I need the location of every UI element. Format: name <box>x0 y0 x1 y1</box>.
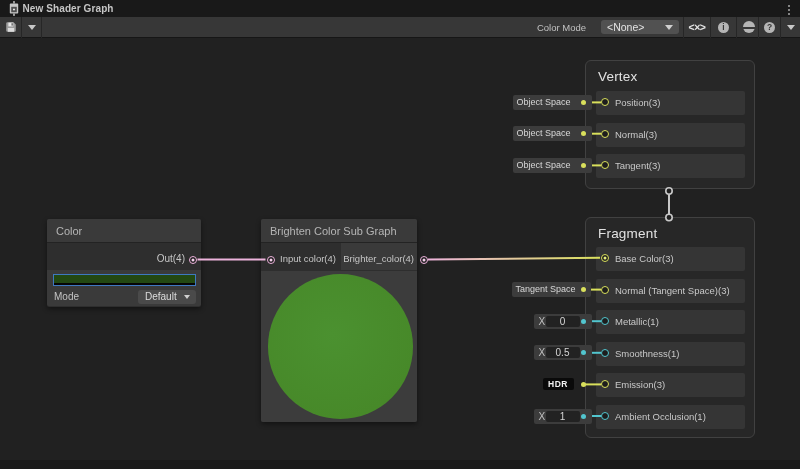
subgraph-preview <box>261 271 417 422</box>
widget-dot <box>581 163 586 168</box>
port-label: Tangent(3) <box>615 154 660 178</box>
fragment-title: Fragment <box>598 226 657 241</box>
help-icon: ? <box>764 22 775 33</box>
vertex-row-normal: Normal(3) <box>596 123 745 147</box>
port-label: Position(3) <box>615 91 660 115</box>
widget-dot <box>581 414 586 419</box>
kebab-dot <box>788 13 790 15</box>
info-button[interactable]: i <box>711 17 736 38</box>
mode-dropdown[interactable]: Default <box>138 290 196 304</box>
help-button[interactable]: ? <box>759 17 780 38</box>
subgraph-output-label: Brighter_color(4) <box>343 243 414 274</box>
toolbar-separator <box>41 17 42 38</box>
color-swatch[interactable] <box>53 274 196 286</box>
shader-graph-asset-icon <box>9 1 19 16</box>
window-title: New Shader Graph <box>23 3 114 14</box>
wire-subgraph-to-basecolor <box>428 258 600 260</box>
port-label: Smoothness(1) <box>615 342 679 366</box>
chevron-down-icon <box>665 25 673 30</box>
color-mode-value: <None> <box>607 21 644 33</box>
info-icon: i <box>718 22 729 33</box>
mode-label: Mode <box>54 291 79 302</box>
fragment-row-normal: Normal (Tangent Space)(3) <box>596 279 745 303</box>
color-mode-dropdown[interactable]: <None> <box>601 20 679 34</box>
show-generated-code-button[interactable]: <×> <box>684 17 710 38</box>
port-label: Normal (Tangent Space)(3) <box>615 279 730 303</box>
metallic-value-field[interactable]: 0 <box>546 316 580 327</box>
fragment-row-base-color: Base Color(3) <box>596 247 745 271</box>
port-normal-tangent-space[interactable] <box>601 286 609 294</box>
port-label: Normal(3) <box>615 123 657 147</box>
port-normal[interactable] <box>601 130 609 138</box>
preview-toggle-button[interactable] <box>737 17 758 38</box>
title-bar: New Shader Graph <box>0 0 800 17</box>
x-label: X <box>539 345 546 360</box>
port-base-color[interactable] <box>601 254 609 262</box>
smoothness-value-field[interactable]: 0.5 <box>546 347 580 358</box>
subgraph-input-label: Input color(4) <box>280 243 336 274</box>
ambient-occlusion-value-field[interactable]: 1 <box>546 411 580 422</box>
subgraph-node[interactable]: Brighten Color Sub Graph Input color(4) … <box>261 219 417 422</box>
port-label: Ambient Occlusion(1) <box>615 405 706 429</box>
tangent-space-widget[interactable]: Tangent Space <box>512 282 591 297</box>
color-mode-label: Color Mode <box>537 22 586 33</box>
graph-canvas[interactable]: Color Out(4) Mode Default Brighten Color… <box>0 38 800 469</box>
x-label: X <box>539 409 546 424</box>
color-node-output-label: Out(4) <box>47 243 201 270</box>
port-color-out[interactable] <box>189 256 197 264</box>
chevron-down-icon <box>787 25 795 30</box>
fragment-row-ambient-occlusion: Ambient Occlusion(1) <box>596 405 745 429</box>
x-label: X <box>539 314 546 329</box>
mode-value: Default <box>145 291 177 302</box>
fragment-context-node[interactable]: Fragment Base Color(3) Normal (Tangent S… <box>585 217 755 439</box>
port-label: Base Color(3) <box>615 247 674 271</box>
toolbar-right-group: Color Mode <None> <×> i ? <box>537 17 800 38</box>
vertex-row-tangent: Tangent(3) <box>596 154 745 178</box>
color-node-title: Color <box>47 219 201 243</box>
widget-dot <box>581 319 586 324</box>
port-label: Emission(3) <box>615 373 665 397</box>
kebab-dot <box>788 9 790 11</box>
color-node[interactable]: Color Out(4) Mode Default <box>47 219 201 307</box>
vertex-title: Vertex <box>598 69 637 84</box>
sphere-icon <box>743 21 755 33</box>
port-subgraph-output[interactable] <box>420 256 428 264</box>
save-dropdown-button[interactable] <box>22 17 41 38</box>
kebab-dot <box>788 5 790 7</box>
fragment-row-emission: Emission(3) <box>596 373 745 397</box>
port-smoothness[interactable] <box>601 349 609 357</box>
hdr-color-widget[interactable]: HDR <box>543 378 574 390</box>
subgraph-port-row: Input color(4) Brighter_color(4) <box>261 243 417 270</box>
toolbar: Color Mode <None> <×> i ? <box>0 17 800 38</box>
preview-sphere <box>268 274 413 419</box>
window-bottom-edge <box>0 460 800 469</box>
vertex-context-node[interactable]: Vertex Position(3) Normal(3) Tangent(3) <box>585 60 755 189</box>
port-subgraph-input[interactable] <box>267 256 275 264</box>
port-ambient-occlusion[interactable] <box>601 412 609 420</box>
subgraph-node-title: Brighten Color Sub Graph <box>261 219 417 243</box>
chevron-down-icon <box>28 25 36 30</box>
vertex-row-position: Position(3) <box>596 91 745 115</box>
kebab-menu-icon[interactable] <box>787 5 790 15</box>
fragment-row-smoothness: Smoothness(1) <box>596 342 745 366</box>
collapse-toolbar-button[interactable] <box>781 17 800 38</box>
chevron-down-icon <box>184 295 190 299</box>
color-node-controls: Mode Default <box>47 270 201 306</box>
save-icon <box>5 21 17 33</box>
port-label: Metallic(1) <box>615 310 659 334</box>
save-button[interactable] <box>0 17 21 38</box>
shader-graph-window: New Shader Graph Color Mode <None> <×> <box>0 0 800 469</box>
widget-dot <box>581 100 586 105</box>
widget-dot <box>581 382 586 387</box>
fragment-row-metallic: Metallic(1) <box>596 310 745 334</box>
